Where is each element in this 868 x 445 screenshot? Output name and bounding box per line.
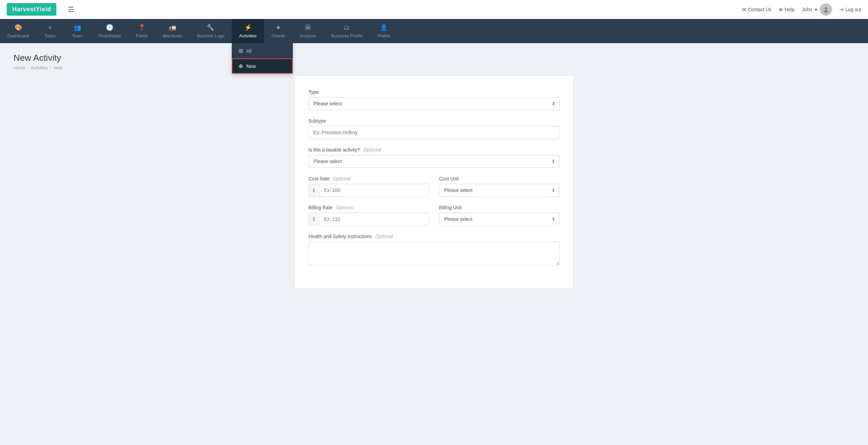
new-activity-form: Type Please select Subtype Is this a tax… [295,76,573,288]
page-title: New Activity [14,53,854,63]
taxable-label: Is this a taxable activity? Optional [308,147,560,153]
nav-item-business-profile[interactable]: 🗂 Business Profile [324,19,370,43]
help-link[interactable]: ⊕ Help [779,7,794,12]
cost-rate-group: Cost Rate Optional £ [308,176,429,197]
subtype-label: Subtype [308,118,560,124]
billing-row: Billing Rate Optional £ Billing Unit Ple… [308,205,560,234]
taxable-select[interactable]: Please select [308,155,560,168]
logout-icon: ⇥ [839,7,844,12]
cost-unit-select-wrapper: Please select [439,184,560,197]
nav-item-machine-logs[interactable]: 🔧 Machine Logs [189,19,232,43]
nav-item-activities[interactable]: ⚡ Activities [232,19,264,43]
nav-item-team[interactable]: 👥 Team [64,19,91,43]
machine-logs-icon: 🔧 [207,24,214,31]
nav-item-profile[interactable]: 👤 Profile [370,19,398,43]
billing-rate-wrapper: £ [308,213,429,226]
breadcrumb-home[interactable]: Home [14,65,25,70]
type-select-wrapper: Please select [308,97,560,110]
subtype-input[interactable] [308,126,560,139]
health-safety-textarea[interactable] [308,242,560,265]
brand-logo[interactable]: HarvestYield [7,3,56,16]
billing-unit-select-wrapper: Please select [439,213,560,226]
activities-dropdown: ⊞ All ⊕ New [232,43,293,74]
dashboard-icon: 🎨 [15,24,22,31]
cost-rate-optional: Optional [333,176,351,181]
cost-rate-prefix: £ [309,184,320,196]
billing-rate-optional: Optional [336,205,354,210]
type-label: Type [308,89,560,95]
team-icon: 👥 [74,24,81,31]
svg-point-1 [824,10,828,13]
breadcrumb-sep-1: / [27,65,29,70]
user-name: John [802,7,812,12]
nav-item-machines[interactable]: 🚛 Machines [155,19,189,43]
nav-item-dashboard[interactable]: 🎨 Dashboard [0,19,37,43]
cost-rate-wrapper: £ [308,184,429,197]
main-nav: 🎨 Dashboard ≡ Tasks 👥 Team 🕐 Timesheets … [0,19,868,43]
taxable-group: Is this a taxable activity? Optional Ple… [308,147,560,168]
fields-icon: 📍 [138,24,146,31]
clients-icon: ★ [276,24,281,31]
health-safety-group: Health and Safety Instructions Optional [308,234,560,267]
breadcrumb-new: New [53,65,62,70]
cost-row: Cost Rate Optional £ Cost Unit Please se… [308,176,560,205]
nav-activities-container: ⚡ Activities ⊞ All ⊕ New [232,19,264,43]
plus-circle-icon: ⊕ [239,63,243,69]
nav-item-timesheets[interactable]: 🕐 Timesheets [91,19,129,43]
health-safety-optional: Optional [375,234,393,239]
cost-unit-group: Cost Unit Please select [439,176,560,197]
nav-item-fields[interactable]: 📍 Fields [128,19,155,43]
taxable-select-wrapper: Please select [308,155,560,168]
nav-item-tasks[interactable]: ≡ Tasks [37,19,64,43]
billing-rate-prefix: £ [309,213,320,225]
topbar: HarvestYield ☰ ✉ Contact Us ⊕ Help John … [0,0,868,19]
cost-rate-input[interactable] [320,184,429,196]
activities-icon: ⚡ [244,24,252,31]
type-group: Type Please select [308,89,560,110]
business-profile-icon: 🗂 [344,24,350,31]
billing-rate-input[interactable] [320,213,429,225]
billing-rate-group: Billing Rate Optional £ [308,205,429,226]
timesheets-icon: 🕐 [106,24,113,31]
nav-item-clients[interactable]: ★ Clients [264,19,293,43]
billing-unit-label: Billing Unit [439,205,560,210]
invoices-icon: 🏛 [305,24,311,31]
contact-us-link[interactable]: ✉ Contact Us [742,7,771,12]
health-safety-label: Health and Safety Instructions Optional [308,234,560,239]
svg-point-0 [825,7,827,10]
type-select[interactable]: Please select [308,97,560,110]
avatar [820,3,832,16]
profile-icon: 👤 [380,24,388,31]
subtype-group: Subtype [308,118,560,139]
breadcrumb-sep-2: / [50,65,52,70]
nav-item-invoices[interactable]: 🏛 Invoices [293,19,324,43]
chevron-down-icon: ▾ [815,7,817,12]
billing-unit-group: Billing Unit Please select [439,205,560,226]
breadcrumb: Home / Activities / New [14,65,854,70]
cost-rate-label: Cost Rate Optional [308,176,429,181]
dropdown-item-all[interactable]: ⊞ All [232,43,293,58]
cost-unit-label: Cost Unit [439,176,560,181]
user-menu[interactable]: John ▾ [802,3,832,16]
tasks-icon: ≡ [48,24,52,31]
topbar-right: ✉ Contact Us ⊕ Help John ▾ ⇥ Log out [742,3,861,16]
envelope-icon: ✉ [742,7,746,12]
billing-rate-label: Billing Rate Optional [308,205,429,210]
page-header: New Activity Home / Activities / New [0,43,868,76]
billing-unit-select[interactable]: Please select [439,213,560,226]
grid-icon: ⊞ [239,48,243,54]
menu-icon[interactable]: ☰ [68,5,74,14]
help-icon: ⊕ [779,7,783,12]
logout-button[interactable]: ⇥ Log out [839,7,861,12]
breadcrumb-activities[interactable]: Activities [31,65,48,70]
machines-icon: 🚛 [169,24,176,31]
cost-unit-select[interactable]: Please select [439,184,560,197]
dropdown-item-new[interactable]: ⊕ New [232,58,293,74]
taxable-optional: Optional [363,147,381,153]
